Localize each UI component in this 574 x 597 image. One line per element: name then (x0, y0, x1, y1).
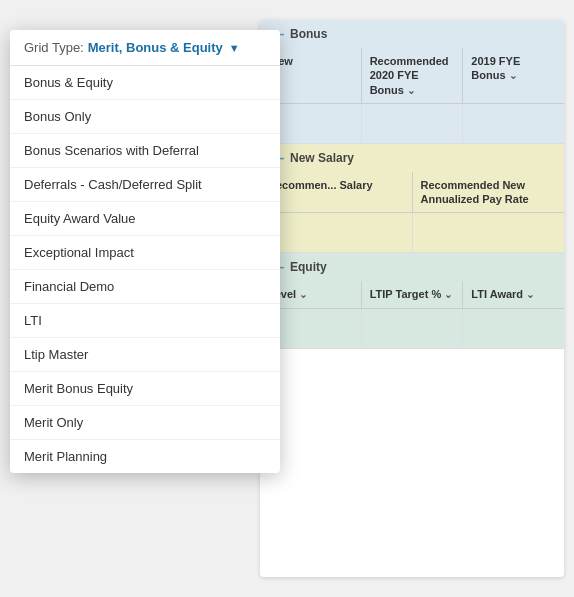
new-salary-section-header: — New Salary (260, 144, 564, 172)
dropdown-item-merit-bonus-equity[interactable]: Merit Bonus Equity (10, 372, 280, 406)
dropdown-list: Bonus & EquityBonus OnlyBonus Scenarios … (10, 66, 280, 473)
dropdown-selected-value: Merit, Bonus & Equity (88, 40, 223, 55)
new-salary-cell-2 (413, 213, 565, 252)
new-salary-col-annualized: Recommended New Annualized Pay Rate (413, 172, 565, 213)
dropdown-label: Grid Type: (24, 40, 84, 55)
bonus-header-row: View Recommended 2020 FYE Bonus 2019 FYE… (260, 48, 564, 104)
bonus-col-2019[interactable]: 2019 FYE Bonus (463, 48, 564, 103)
new-salary-cell-1 (260, 213, 413, 252)
equity-col-ltip[interactable]: LTIP Target % (362, 281, 464, 307)
dropdown-item-bonus-only[interactable]: Bonus Only (10, 100, 280, 134)
bonus-title: Bonus (290, 27, 327, 41)
grid-type-dropdown: Grid Type: Merit, Bonus & Equity ▼ Bonus… (10, 30, 280, 473)
equity-col-lti[interactable]: LTI Award (463, 281, 564, 307)
equity-title: Equity (290, 260, 327, 274)
dropdown-item-lti[interactable]: LTI (10, 304, 280, 338)
dropdown-item-merit-only[interactable]: Merit Only (10, 406, 280, 440)
dropdown-item-bonus-equity[interactable]: Bonus & Equity (10, 66, 280, 100)
bonus-cell-2 (362, 104, 464, 143)
dropdown-item-ltip-master[interactable]: Ltip Master (10, 338, 280, 372)
new-salary-header-row: Recommen... Salary Recommended New Annua… (260, 172, 564, 214)
bonus-data-row (260, 104, 564, 144)
bonus-col-recommended[interactable]: Recommended 2020 FYE Bonus (362, 48, 464, 103)
grid-area: — Bonus View Recommended 2020 FYE Bonus … (260, 20, 564, 577)
equity-cell-3 (463, 309, 564, 348)
equity-cell-2 (362, 309, 464, 348)
new-salary-data-row (260, 213, 564, 253)
dropdown-item-exceptional-impact[interactable]: Exceptional Impact (10, 236, 280, 270)
dropdown-item-deferrals[interactable]: Deferrals - Cash/Deferred Split (10, 168, 280, 202)
dropdown-item-equity-award[interactable]: Equity Award Value (10, 202, 280, 236)
dropdown-header[interactable]: Grid Type: Merit, Bonus & Equity ▼ (10, 30, 280, 66)
bonus-section-header: — Bonus (260, 20, 564, 48)
new-salary-title: New Salary (290, 151, 354, 165)
new-salary-col-recommended: Recommen... Salary (260, 172, 413, 213)
dropdown-item-merit-planning[interactable]: Merit Planning (10, 440, 280, 473)
dropdown-item-financial-demo[interactable]: Financial Demo (10, 270, 280, 304)
equity-section: — Equity Level LTIP Target % LTI Award (260, 253, 564, 348)
equity-data-row (260, 309, 564, 349)
dropdown-arrow-icon: ▼ (229, 42, 240, 54)
bonus-cell-3 (463, 104, 564, 143)
bonus-section: — Bonus View Recommended 2020 FYE Bonus … (260, 20, 564, 144)
new-salary-section: — New Salary Recommen... Salary Recommen… (260, 144, 564, 254)
equity-header-row: Level LTIP Target % LTI Award (260, 281, 564, 308)
dropdown-item-bonus-scenarios[interactable]: Bonus Scenarios with Deferral (10, 134, 280, 168)
equity-section-header: — Equity (260, 253, 564, 281)
